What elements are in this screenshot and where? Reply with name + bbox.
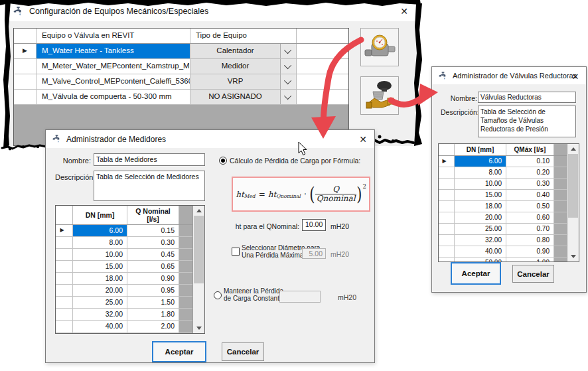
descripcion-input[interactable]: Tabla de Selección de Medidores (94, 171, 205, 201)
qmax-cell[interactable]: 0.70 (506, 224, 554, 234)
qmax-cell[interactable]: 0.80 (506, 235, 554, 246)
equipo-cell[interactable]: M_Valve_Control_MEPcontent_Caleffi_5360.… (37, 74, 190, 89)
table-row[interactable]: 15.00 0.65 (56, 261, 192, 273)
table-row[interactable]: M_Valve_Control_MEPcontent_Caleffi_5360.… (14, 74, 348, 90)
scrollbar-thumb[interactable] (568, 154, 578, 218)
q-cell[interactable]: 0.30 (127, 237, 179, 248)
equipo-cell[interactable]: M_Meter_Water_MEPcontent_Kamstrup_M... (37, 59, 190, 74)
scroll-down-icon[interactable] (193, 323, 204, 333)
equipo-cell[interactable]: M_Válvula de compuerta - 50-300 mm (37, 90, 190, 104)
dn-cell[interactable]: 18.00 (73, 273, 127, 284)
dn-cell[interactable]: 15.00 (455, 190, 506, 200)
chevron-down-icon[interactable] (280, 44, 296, 58)
qmax-cell[interactable]: 0.60 (506, 212, 554, 223)
dn-cell[interactable]: 50.00 (455, 258, 506, 261)
table-row[interactable]: 32.00 0.80 (439, 235, 567, 246)
table-row[interactable]: 8.00 0.20 (439, 167, 567, 179)
max-loss-checkbox[interactable] (232, 248, 240, 256)
table-row[interactable]: 18.00 0.90 (56, 273, 192, 285)
close-icon[interactable]: ✕ (396, 4, 413, 19)
col-dn-header[interactable]: DN [mm] (455, 144, 506, 155)
dn-cell[interactable]: 25.00 (73, 297, 127, 308)
table-row[interactable]: 20.00 0.95 (56, 285, 192, 297)
scroll-down-icon[interactable] (567, 252, 579, 261)
table-row[interactable]: 50.00 2.15 (56, 333, 192, 333)
table-row[interactable]: 32.00 1.80 (56, 309, 192, 321)
dn-cell[interactable]: 32.00 (455, 235, 506, 246)
max-loss-input[interactable]: 5.00 (302, 248, 326, 259)
table-row[interactable]: 50.00 1.00 (439, 258, 567, 261)
q-cell[interactable]: 0.90 (127, 273, 179, 284)
cancelar-button[interactable]: Cancelar (222, 342, 264, 361)
qmax-cell[interactable]: 0.50 (506, 201, 554, 212)
tipo-combobox[interactable]: NO ASIGNADO (190, 90, 297, 104)
tipo-combobox[interactable]: Calentador (190, 44, 297, 58)
q-cell[interactable]: 0.65 (127, 261, 179, 272)
q-cell[interactable]: 1.50 (127, 297, 179, 308)
chevron-down-icon[interactable] (280, 59, 296, 74)
col-equipo-header[interactable]: Equipo o Válvula en REVIT (37, 29, 190, 43)
ht-qnominal-input[interactable]: 10.00 (302, 219, 326, 231)
table-row[interactable]: ▶ 6.00 0.15 (56, 225, 192, 237)
q-cell[interactable]: 0.95 (127, 285, 179, 296)
dn-cell[interactable]: 32.00 (73, 309, 127, 320)
qmax-cell[interactable]: 0.10 (506, 156, 554, 167)
descripcion-input[interactable]: Tabla de Selección de Tamaños de Válvula… (478, 106, 576, 137)
dn-cell[interactable]: 8.00 (455, 167, 506, 178)
nombre-input[interactable]: Tabla de Medidores (94, 153, 205, 166)
table-row[interactable]: 25.00 1.50 (56, 297, 192, 309)
dn-cell[interactable]: 15.00 (73, 261, 127, 272)
dn-cell[interactable]: 10.00 (73, 249, 127, 260)
dn-cell[interactable]: 20.00 (455, 212, 506, 223)
close-icon[interactable]: ✕ (567, 69, 584, 84)
equipo-cell[interactable]: M_Water Heater - Tankless (37, 44, 190, 58)
nombre-input[interactable]: Válvulas Reductoras (478, 92, 576, 103)
table-row[interactable]: 25.00 0.70 (439, 224, 567, 235)
scroll-up-icon[interactable] (567, 144, 579, 154)
dn-cell[interactable]: 25.00 (455, 224, 506, 234)
col-dn-header[interactable]: DN [mm] (73, 206, 127, 224)
q-cell[interactable]: 2.15 (127, 333, 179, 333)
table-row[interactable]: M_Meter_Water_MEPcontent_Kamstrup_M... M… (14, 59, 348, 74)
q-cell[interactable]: 1.80 (127, 309, 179, 320)
dn-cell[interactable]: 6.00 (73, 225, 127, 236)
qmax-cell[interactable]: 0.90 (506, 246, 554, 257)
q-cell[interactable]: 2.00 (127, 321, 179, 332)
vertical-scrollbar[interactable] (192, 206, 204, 333)
table-row[interactable]: 18.00 0.50 (439, 201, 567, 212)
constant-loss-input[interactable] (279, 291, 321, 303)
qmax-cell[interactable]: 0.20 (506, 167, 554, 178)
dn-cell[interactable]: 10.00 (455, 179, 506, 189)
scrollbar-thumb[interactable] (194, 216, 204, 283)
dn-cell[interactable]: 8.00 (73, 237, 127, 248)
cancelar-button[interactable]: Cancelar (512, 265, 554, 283)
chevron-down-icon[interactable] (280, 74, 296, 89)
tipo-combobox[interactable]: VRP (190, 74, 297, 89)
dn-cell[interactable]: 40.00 (455, 246, 506, 257)
table-row[interactable]: 40.00 0.90 (439, 246, 567, 258)
dn-cell[interactable]: 6.00 (455, 156, 506, 167)
meter-manager-button[interactable] (360, 28, 399, 66)
col-q-header[interactable]: Q Nominal [l/s] (127, 206, 179, 224)
valve-manager-button[interactable] (360, 76, 399, 115)
dn-cell[interactable]: 18.00 (455, 201, 506, 212)
scroll-up-icon[interactable] (193, 206, 204, 216)
close-icon[interactable]: ✕ (354, 132, 372, 147)
formula-radio[interactable] (219, 157, 227, 165)
table-row[interactable]: 20.00 0.60 (439, 212, 567, 224)
col-tipo-header[interactable]: Tipo de Equipo (190, 29, 297, 43)
table-row[interactable]: 8.00 0.30 (56, 237, 192, 249)
aceptar-button[interactable]: Aceptar (152, 341, 206, 362)
tipo-combobox[interactable]: Medidor (190, 59, 297, 74)
dn-cell[interactable]: 50.00 (73, 333, 127, 333)
table-row[interactable]: 10.00 0.30 (439, 179, 567, 190)
table-row[interactable]: M_Válvula de compuerta - 50-300 mm NO AS… (14, 90, 348, 105)
col-qmax-header[interactable]: QMáx [l/s] (506, 144, 554, 155)
table-row[interactable]: 40.00 2.00 (56, 321, 192, 333)
q-cell[interactable]: 0.15 (127, 225, 179, 236)
table-row[interactable]: 15.00 0.40 (439, 190, 567, 201)
qmax-cell[interactable]: 0.40 (506, 190, 554, 200)
dn-cell[interactable]: 20.00 (73, 285, 127, 296)
table-row[interactable]: ▶ M_Water Heater - Tankless Calentador (14, 44, 348, 59)
table-row[interactable]: 10.00 0.45 (56, 249, 192, 261)
